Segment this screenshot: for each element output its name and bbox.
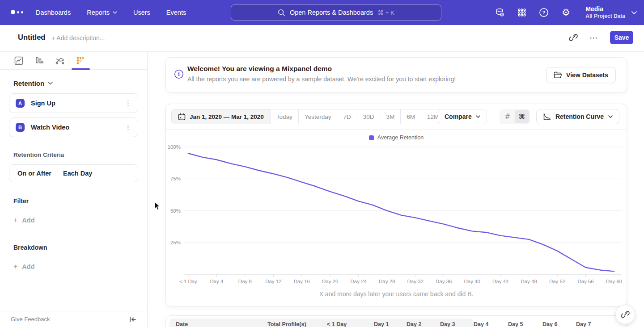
retention-chart-card: Jan 1, 2020 — Mar 1, 2020 Today Yesterda…: [165, 104, 627, 306]
plus-icon: +: [13, 216, 17, 224]
col-header-day3: Day 3: [440, 321, 455, 327]
step-label-b: Watch Video: [31, 124, 69, 131]
filter-heading: Filter: [13, 197, 147, 205]
preset-yesterday[interactable]: Yesterday: [298, 109, 337, 124]
view-toggle-group: # ⌘: [500, 109, 530, 124]
calendar-icon: [178, 113, 186, 121]
chevron-down-icon: [113, 11, 117, 14]
col-header-date: Date: [176, 321, 188, 327]
save-button[interactable]: Save: [610, 31, 633, 44]
chart-view-toggle-icon[interactable]: ⌘: [515, 110, 529, 123]
svg-text:Day 8: Day 8: [238, 279, 252, 284]
help-icon[interactable]: ?: [538, 7, 550, 18]
top-nav: Dashboards Reports Users Events Open Rep…: [0, 0, 644, 25]
banner-subtitle: All the reports you see are powered by a…: [187, 75, 456, 83]
retention-section-dropdown[interactable]: Retention: [13, 80, 147, 87]
chevron-down-icon: [631, 11, 637, 14]
give-feedback-link[interactable]: Give Feedback: [11, 316, 50, 323]
add-description-field[interactable]: + Add description...: [51, 34, 105, 42]
chevron-down-icon: [608, 115, 613, 118]
table-header-background: [169, 319, 474, 327]
report-header: Untitled + Add description... ⋯ Save: [0, 25, 644, 52]
sidebar-footer: Give Feedback: [0, 311, 147, 327]
compare-button[interactable]: Compare: [438, 109, 487, 124]
nav-item-dashboards[interactable]: Dashboards: [36, 9, 71, 16]
criteria-unit-select[interactable]: Each Day: [63, 170, 92, 177]
col-header-day2: Day 2: [407, 321, 421, 327]
welcome-banner: i Welcome! You are viewing a Mixpanel de…: [165, 57, 627, 92]
search-placeholder: Open Reports & Dashboards: [290, 9, 373, 16]
svg-text:Day 20: Day 20: [322, 279, 338, 284]
svg-text:100%: 100%: [168, 144, 181, 150]
svg-text:?: ?: [542, 10, 546, 15]
report-title[interactable]: Untitled: [18, 33, 45, 42]
svg-text:Day 12: Day 12: [265, 279, 281, 284]
nav-item-events[interactable]: Events: [166, 9, 186, 16]
preset-3m[interactable]: 3M: [380, 109, 400, 124]
search-shortcut: ⌘ + K: [377, 9, 394, 16]
share-link-button[interactable]: [615, 305, 635, 324]
svg-text:Day 52: Day 52: [549, 279, 565, 284]
kebab-menu-icon[interactable]: ⋮: [125, 99, 131, 107]
add-breakdown-button[interactable]: + Add: [13, 263, 147, 271]
global-search-input[interactable]: Open Reports & Dashboards ⌘ + K: [231, 4, 441, 21]
chevron-down-icon: [476, 115, 480, 118]
chart-legend[interactable]: Average Retention: [166, 134, 627, 142]
add-filter-button[interactable]: + Add: [13, 216, 147, 224]
step-label-a: Sign Up: [31, 100, 55, 107]
nav-item-reports[interactable]: Reports: [87, 9, 117, 16]
preset-6m[interactable]: 6M: [400, 109, 421, 124]
apps-grid-icon[interactable]: [516, 7, 528, 18]
preset-7d[interactable]: 7D: [337, 109, 356, 124]
svg-text:Day 56: Day 56: [577, 279, 593, 284]
project-name: Media: [585, 5, 625, 13]
data-management-icon[interactable]: [494, 7, 506, 18]
chart-toolbar: Jan 1, 2020 — Mar 1, 2020 Today Yesterda…: [166, 104, 627, 130]
settings-gear-icon[interactable]: ⚙: [560, 7, 572, 18]
nav-right-cluster: ? ⚙ Media All Project Data: [494, 0, 637, 25]
preset-30d[interactable]: 30D: [357, 109, 380, 124]
date-range-picker[interactable]: Jan 1, 2020 — Mar 1, 2020: [172, 109, 270, 124]
grid-view-toggle-icon[interactable]: #: [500, 110, 515, 123]
more-menu-icon[interactable]: ⋯: [589, 33, 598, 42]
active-tab-indicator: [72, 68, 90, 70]
svg-text:Day 48: Day 48: [521, 279, 537, 284]
link-icon: [621, 310, 630, 319]
nav-item-users[interactable]: Users: [133, 9, 150, 16]
svg-text:< 1 Day: < 1 Day: [179, 279, 197, 284]
collapse-sidebar-icon[interactable]: [129, 316, 136, 323]
breakdown-heading: Breakdown: [13, 244, 147, 251]
chart-type-selector[interactable]: Retention Curve: [536, 109, 619, 124]
tab-insights-icon[interactable]: [14, 55, 24, 67]
query-sidebar: Retention A Sign Up ⋮ B Watch Video ⋮ Re…: [0, 52, 148, 327]
svg-text:Day 60: Day 60: [606, 279, 622, 284]
svg-text:50%: 50%: [170, 208, 181, 214]
tab-retention-icon[interactable]: [76, 55, 85, 67]
svg-text:Day 44: Day 44: [492, 279, 509, 284]
col-header-day6: Day 6: [542, 321, 557, 327]
col-header-total-profiles: Total Profile(s): [267, 321, 306, 327]
date-range-group: Jan 1, 2020 — Mar 1, 2020 Today Yesterda…: [171, 109, 445, 124]
project-selector[interactable]: Media All Project Data: [585, 5, 637, 20]
svg-text:Day 40: Day 40: [464, 279, 480, 284]
col-header-lt1day: < 1 Day: [327, 321, 347, 327]
copy-link-icon[interactable]: [569, 33, 578, 42]
info-icon: i: [174, 69, 184, 79]
mixpanel-logo-icon[interactable]: [11, 10, 23, 14]
tab-funnels-icon[interactable]: [34, 55, 44, 67]
col-header-day1: Day 1: [374, 321, 389, 327]
criteria-condition-select[interactable]: On or After: [17, 170, 51, 177]
folder-icon: [554, 71, 562, 79]
step-card-a[interactable]: A Sign Up ⋮: [9, 93, 138, 113]
retention-table-card: Date Total Profile(s) < 1 Day Day 1 Day …: [165, 315, 627, 327]
svg-text:Day 32: Day 32: [407, 279, 424, 284]
banner-title: Welcome! You are viewing a Mixpanel demo: [187, 65, 332, 73]
tab-flows-icon[interactable]: [55, 55, 65, 67]
svg-text:Day 16: Day 16: [294, 279, 310, 284]
view-datasets-button[interactable]: View Datasets: [546, 67, 616, 83]
svg-text:Day 28: Day 28: [379, 279, 395, 284]
kebab-menu-icon[interactable]: ⋮: [125, 123, 131, 131]
svg-text:75%: 75%: [170, 176, 181, 181]
preset-today[interactable]: Today: [270, 109, 298, 124]
step-card-b[interactable]: B Watch Video ⋮: [9, 117, 138, 137]
